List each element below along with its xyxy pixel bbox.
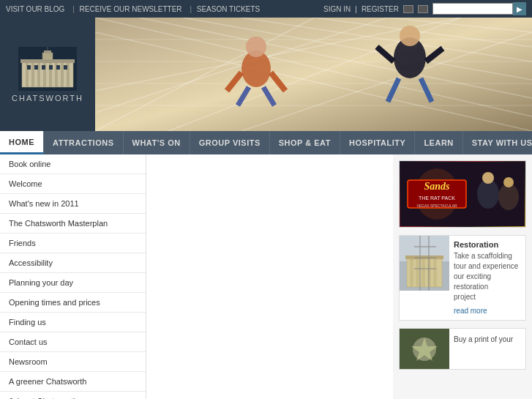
print-svg (400, 329, 449, 369)
sidebar-item-opening-times[interactable]: Opening times and prices (0, 293, 146, 313)
search-input[interactable] (432, 3, 513, 15)
print-image (400, 329, 449, 369)
sidebar-item-book-online[interactable]: Book online (0, 154, 146, 174)
svg-text:VEGAS SPECTACULAR: VEGAS SPECTACULAR (416, 204, 457, 208)
svg-point-58 (503, 177, 514, 187)
restoration-desc: Take a scaffolding tour and experience o… (454, 251, 521, 292)
svg-rect-17 (42, 53, 53, 60)
hero-svg (95, 18, 532, 131)
print-promo-text: Buy a print of your (449, 329, 517, 369)
sands-svg: Sands THE RAT PACK VEGAS SPECTACULAR (400, 162, 525, 226)
sidebar-item-finding-us[interactable]: Finding us (0, 313, 146, 332)
svg-point-56 (482, 172, 494, 184)
sidebar-item-accessibility[interactable]: Accessibility (0, 253, 146, 273)
svg-rect-14 (49, 65, 53, 70)
chatsworth-logo (18, 47, 77, 91)
restoration-svg (400, 236, 449, 291)
nav-item-whats-on[interactable]: WHAT'S ON (124, 131, 190, 154)
nav-item-hospitality[interactable]: HOSPITALITY (340, 131, 415, 154)
nav-item-shop-eat[interactable]: SHOP & EAT (270, 131, 340, 154)
svg-text:THE RAT PACK: THE RAT PACK (419, 195, 455, 201)
svg-rect-13 (42, 65, 45, 70)
restoration-extra: project (454, 292, 521, 302)
restoration-read-more-link[interactable]: read more (454, 307, 487, 315)
topbar: VISIT OUR BLOG | RECEIVE OUR NEWSLETTER … (0, 0, 532, 18)
svg-rect-16 (64, 65, 67, 70)
svg-rect-15 (56, 65, 60, 70)
sands-promo-card: Sands THE RAT PACK VEGAS SPECTACULAR (399, 160, 526, 228)
print-promo-card: Buy a print of your (399, 328, 526, 370)
restoration-image (400, 236, 449, 291)
sidebar: Book online Welcome What's new in 2011 T… (0, 154, 146, 399)
separator2: | (190, 5, 192, 13)
restoration-text: Restoration Take a scaffolding tour and … (449, 236, 525, 320)
sidebar-item-greener[interactable]: A greener Chatsworth (0, 372, 146, 392)
svg-point-38 (246, 37, 266, 57)
svg-rect-8 (61, 63, 64, 87)
separator3: | (355, 5, 357, 13)
sidebar-item-friends[interactable]: Friends (0, 234, 146, 253)
svg-rect-66 (433, 259, 437, 287)
svg-rect-12 (34, 65, 38, 70)
nav-item-group-visits[interactable]: GROUP VISITS (190, 131, 270, 154)
sands-promo-image: Sands THE RAT PACK VEGAS SPECTACULAR (400, 161, 525, 227)
sidebar-item-welcome[interactable]: Welcome (0, 174, 146, 194)
sidebar-item-jobs[interactable]: Jobs at Chatsworth (0, 392, 146, 399)
navbar: HOME ATTRACTIONS WHAT'S ON GROUP VISITS … (0, 131, 532, 154)
separator1: | (72, 5, 75, 13)
print-icon (418, 5, 428, 13)
register-link[interactable]: REGISTER (361, 5, 399, 13)
email-icon (403, 5, 413, 13)
topbar-right: SIGN IN | REGISTER ▶ (323, 2, 526, 15)
svg-rect-11 (27, 65, 31, 70)
restoration-promo-card: Restoration Take a scaffolding tour and … (399, 235, 526, 321)
sidebar-item-whats-new[interactable]: What's new in 2011 (0, 194, 146, 214)
svg-point-44 (400, 26, 420, 46)
svg-rect-63 (416, 259, 419, 287)
sidebar-item-contact[interactable]: Contact us (0, 332, 146, 352)
nav-item-learn[interactable]: LEARN (415, 131, 462, 154)
nav-item-attractions[interactable]: ATTRACTIONS (44, 131, 124, 154)
visit-blog-link[interactable]: VISIT OUR BLOG (6, 5, 64, 13)
newsletter-link[interactable]: RECEIVE OUR NEWSLETTER (80, 5, 182, 13)
svg-rect-3 (31, 63, 34, 87)
svg-rect-62 (410, 259, 413, 287)
hero-banner (95, 18, 532, 131)
sidebar-item-planning[interactable]: Planning your day (0, 273, 146, 293)
right-panel: Sands THE RAT PACK VEGAS SPECTACULAR (393, 154, 532, 399)
nav-item-stay-with-us[interactable]: STAY WITH US (463, 131, 532, 154)
logo-area: CHATSWORTH (0, 18, 95, 131)
header: CHATSWORTH (0, 18, 532, 131)
restoration-title: Restoration (454, 240, 521, 249)
logo-text: CHATSWORTH (12, 94, 83, 102)
sidebar-item-masterplan[interactable]: The Chatsworth Masterplan (0, 214, 146, 234)
nav-item-home[interactable]: HOME (0, 131, 44, 154)
svg-rect-64 (422, 259, 425, 287)
svg-point-57 (498, 184, 519, 210)
season-tickets-link[interactable]: SEASON TICKETS (197, 5, 261, 13)
search-box: ▶ (432, 2, 526, 15)
signin-link[interactable]: SIGN IN (323, 5, 351, 13)
search-button[interactable]: ▶ (513, 2, 526, 15)
topbar-left: VISIT OUR BLOG | RECEIVE OUR NEWSLETTER … (6, 5, 263, 13)
main-content: Book online Welcome What's new in 2011 T… (0, 154, 532, 399)
svg-text:Sands: Sands (424, 181, 450, 192)
page-content (146, 154, 393, 399)
sidebar-item-newsroom[interactable]: Newsroom (0, 352, 146, 372)
